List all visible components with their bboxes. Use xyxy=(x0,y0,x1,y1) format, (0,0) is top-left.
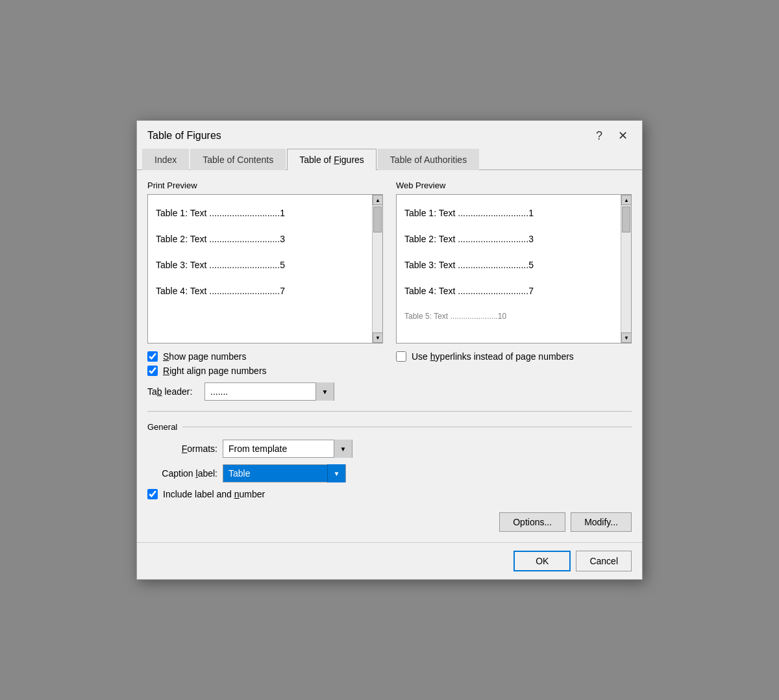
dialog-title: Table of Figures xyxy=(147,130,221,142)
section-divider xyxy=(147,411,632,412)
caption-label-text: Caption label: xyxy=(153,468,217,479)
options-button[interactable]: Options... xyxy=(499,512,565,532)
general-divider-line xyxy=(182,427,632,427)
tab-leader-select[interactable]: ....... ▼ xyxy=(204,382,334,401)
list-item: Table 2: Text ..........................… xyxy=(156,226,382,252)
general-title: General xyxy=(147,422,180,432)
scroll-thumb[interactable] xyxy=(622,206,630,232)
tab-toa[interactable]: Table of Authorities xyxy=(378,149,479,170)
tab-leader-arrow-icon[interactable]: ▼ xyxy=(315,382,334,401)
scroll-track[interactable] xyxy=(373,205,382,332)
tab-leader-value: ....... xyxy=(205,386,315,397)
scroll-track[interactable] xyxy=(621,205,631,332)
tab-tof[interactable]: Table of Figures xyxy=(287,149,377,170)
scroll-up-btn[interactable]: ▲ xyxy=(621,195,632,205)
scroll-thumb[interactable] xyxy=(373,206,382,232)
caption-label-arrow-icon[interactable]: ▼ xyxy=(327,464,345,482)
help-button[interactable]: ? xyxy=(592,129,606,143)
web-preview-label: Web Preview xyxy=(396,181,632,190)
scroll-down-btn[interactable]: ▼ xyxy=(373,332,383,343)
tab-toc[interactable]: Table of Contents xyxy=(190,149,286,170)
include-label-row: Include label and number xyxy=(147,489,632,499)
previews-row: Print Preview Table 1: Text ............… xyxy=(147,181,632,344)
print-preview-content: Table 1: Text ..........................… xyxy=(156,200,382,338)
formats-value: From template xyxy=(223,444,334,454)
use-hyperlinks-row: Use hyperlinks instead of page numbers xyxy=(396,351,632,362)
table-of-figures-dialog: Table of Figures ? ✕ Index Table of Cont… xyxy=(136,120,643,580)
list-item: Table 3: Text ..........................… xyxy=(404,252,631,278)
options-row: Show page numbers Right align page numbe… xyxy=(147,351,632,401)
title-bar-buttons: ? ✕ xyxy=(592,129,632,143)
dialog-title-area: Table of Figures xyxy=(147,130,221,142)
include-label-checkbox[interactable] xyxy=(147,489,158,499)
options-left: Show page numbers Right align page numbe… xyxy=(147,351,383,401)
list-item: Table 5: Text ......................10 xyxy=(404,304,631,329)
dialog-body: Print Preview Table 1: Text ............… xyxy=(137,170,642,542)
modify-button[interactable]: Modify... xyxy=(571,512,632,532)
tab-index[interactable]: Index xyxy=(142,149,189,170)
list-item: Table 2: Text ..........................… xyxy=(404,226,631,252)
web-preview-section: Web Preview Table 1: Text ..............… xyxy=(396,181,632,344)
include-label-text: Include label and number xyxy=(163,489,265,499)
tab-leader-row: Tab leader: ....... ▼ xyxy=(147,382,383,401)
web-preview-scrollbar[interactable]: ▲ ▼ xyxy=(621,195,631,343)
print-preview-section: Print Preview Table 1: Text ............… xyxy=(147,181,383,344)
tab-leader-label: Tab leader: xyxy=(147,386,199,397)
caption-label-value: Table xyxy=(223,468,327,479)
web-preview-box: Table 1: Text ..........................… xyxy=(396,194,632,344)
list-item: Table 4: Text ..........................… xyxy=(156,278,382,304)
formats-arrow-icon[interactable]: ▼ xyxy=(334,440,352,458)
caption-label-select[interactable]: Table ▼ xyxy=(223,464,346,482)
list-item: Table 3: Text ..........................… xyxy=(156,252,382,278)
scroll-up-btn[interactable]: ▲ xyxy=(373,195,383,205)
use-hyperlinks-checkbox[interactable] xyxy=(396,351,406,362)
print-preview-box: Table 1: Text ..........................… xyxy=(147,194,383,344)
ok-button[interactable]: OK xyxy=(513,551,571,571)
web-preview-content: Table 1: Text ..........................… xyxy=(404,200,631,338)
show-page-numbers-checkbox[interactable] xyxy=(147,351,158,362)
print-preview-label: Print Preview xyxy=(147,181,383,190)
right-align-row: Right align page numbers xyxy=(147,366,383,376)
list-item: Table 1: Text ..........................… xyxy=(156,200,382,226)
general-section: General Formats: From template ▼ xyxy=(147,422,632,499)
general-title-row: General xyxy=(147,422,632,432)
formats-row: Formats: From template ▼ xyxy=(153,440,632,458)
action-buttons: Options... Modify... xyxy=(147,512,632,532)
use-hyperlinks-label: Use hyperlinks instead of page numbers xyxy=(412,351,574,362)
list-item: Table 4: Text ..........................… xyxy=(404,278,631,304)
caption-label-row: Caption label: Table ▼ xyxy=(153,464,632,482)
show-page-numbers-row: Show page numbers xyxy=(147,351,383,362)
show-page-numbers-label: Show page numbers xyxy=(163,351,246,362)
scroll-down-btn[interactable]: ▼ xyxy=(621,332,632,343)
close-button[interactable]: ✕ xyxy=(614,129,632,143)
list-item: Table 1: Text ..........................… xyxy=(404,200,631,226)
options-right: Use hyperlinks instead of page numbers xyxy=(396,351,632,362)
right-align-label: Right align page numbers xyxy=(163,366,267,376)
formats-label: Formats: xyxy=(153,444,217,454)
tab-bar: Index Table of Contents Table of Figures… xyxy=(137,148,642,170)
general-fields: Formats: From template ▼ Caption label: … xyxy=(147,440,632,499)
formats-select[interactable]: From template ▼ xyxy=(223,440,352,458)
dialog-footer: OK Cancel xyxy=(137,542,642,579)
title-bar: Table of Figures ? ✕ xyxy=(137,121,642,148)
right-align-checkbox[interactable] xyxy=(147,366,158,376)
print-preview-scrollbar[interactable]: ▲ ▼ xyxy=(372,195,382,343)
cancel-button[interactable]: Cancel xyxy=(576,551,632,571)
